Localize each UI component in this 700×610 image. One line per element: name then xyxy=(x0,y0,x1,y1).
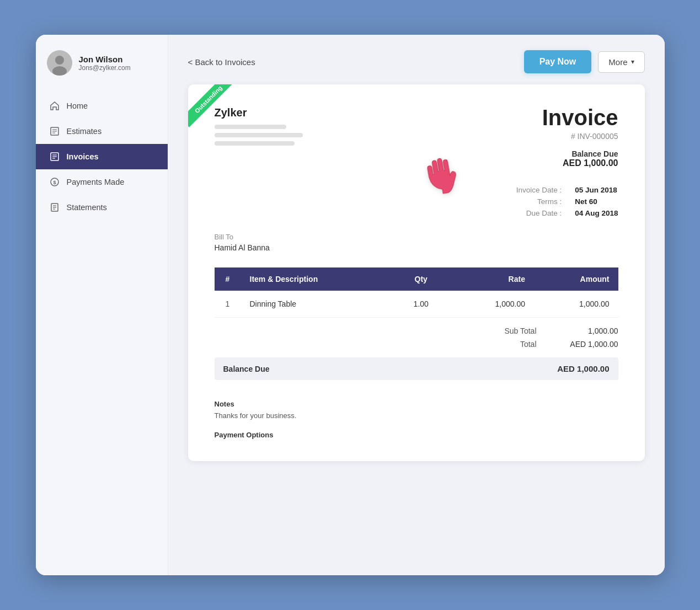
balance-due-footer-label: Balance Due xyxy=(223,365,270,373)
col-header-amount: Amount xyxy=(534,267,618,291)
table-row: 1 Dinning Table 1.00 1,000.00 1,000.00 xyxy=(215,291,618,318)
invoice-card: Outstanding Zylker xyxy=(188,84,645,461)
payments-icon: $ xyxy=(49,176,60,188)
invoice-number: # INV-000005 xyxy=(542,132,618,141)
app-container: Jon Wilson Jons@zylker.com Home xyxy=(36,35,665,575)
notes-section: Notes Thanks for your business. Payment … xyxy=(215,400,618,439)
invoice-header: Zylker Invoice # INV-000005 Balance Due … xyxy=(215,106,618,168)
invoices-icon xyxy=(49,151,60,162)
pay-now-button[interactable]: Pay Now xyxy=(524,50,592,73)
svg-point-1 xyxy=(55,56,64,65)
sidebar-item-home[interactable]: Home xyxy=(36,93,168,119)
top-bar: < Back to Invoices Pay Now More xyxy=(168,35,665,84)
svg-text:$: $ xyxy=(53,180,56,185)
invoice-meta: Invoice Date : 05 Jun 2018 Terms : Net 6… xyxy=(215,186,618,217)
invoice-date-value: 05 Jun 2018 xyxy=(575,186,618,194)
notes-text: Thanks for your business. xyxy=(215,411,618,420)
col-header-num: # xyxy=(215,267,241,291)
terms-label: Terms : xyxy=(516,197,562,206)
invoice-title: Invoice xyxy=(542,106,618,129)
notes-title: Notes xyxy=(215,400,618,408)
balance-due-label-top: Balance Due xyxy=(542,149,618,158)
top-actions: Pay Now More xyxy=(524,50,645,73)
sub-total-label: Sub Total xyxy=(471,327,537,335)
cell-description: Dinning Table xyxy=(241,291,393,318)
sub-total-value: 1,000.00 xyxy=(563,327,618,335)
statements-icon xyxy=(49,202,60,213)
due-date-value: 04 Aug 2018 xyxy=(575,209,618,217)
total-label: Total xyxy=(471,340,537,349)
bill-to-name: Hamid Al Banna xyxy=(215,243,618,252)
main-content: < Back to Invoices Pay Now More Outstand… xyxy=(168,35,665,575)
user-section: Jon Wilson Jons@zylker.com xyxy=(36,35,168,89)
payment-options-title: Payment Options xyxy=(215,431,618,439)
cell-amount: 1,000.00 xyxy=(534,291,618,318)
estimates-icon xyxy=(49,126,60,137)
user-email: Jons@zylker.com xyxy=(79,64,131,72)
bill-to-label: Bill To xyxy=(215,233,618,241)
balance-due-footer-value: AED 1,000.00 xyxy=(557,364,609,373)
cell-num: 1 xyxy=(215,291,241,318)
due-date-label: Due Date : xyxy=(516,209,562,217)
sidebar-item-label-estimates: Estimates xyxy=(67,127,102,136)
sub-total-row: Sub Total 1,000.00 xyxy=(215,327,618,335)
meta-table: Invoice Date : 05 Jun 2018 Terms : Net 6… xyxy=(516,186,618,217)
col-header-rate: Rate xyxy=(450,267,534,291)
back-to-invoices-link[interactable]: < Back to Invoices xyxy=(188,57,255,67)
avatar xyxy=(47,50,72,76)
invoice-date-label: Invoice Date : xyxy=(516,186,562,194)
sidebar-item-invoices[interactable]: Invoices xyxy=(36,144,168,169)
sidebar-item-estimates[interactable]: Estimates xyxy=(36,119,168,144)
total-row: Total AED 1,000.00 xyxy=(215,340,618,349)
invoice-table: # Item & Description Qty Rate Amount 1 D… xyxy=(215,267,618,318)
user-info: Jon Wilson Jons@zylker.com xyxy=(79,55,131,72)
terms-value: Net 60 xyxy=(575,197,618,206)
home-icon xyxy=(49,100,60,111)
cell-qty: 1.00 xyxy=(392,291,450,318)
badge-text: Outstanding xyxy=(188,84,232,127)
nav-menu: Home Estimates xyxy=(36,93,168,220)
sidebar-item-label-home: Home xyxy=(67,101,88,110)
sidebar-item-label-statements: Statements xyxy=(67,203,107,212)
col-header-qty: Qty xyxy=(392,267,450,291)
sidebar-item-statements[interactable]: Statements xyxy=(36,195,168,220)
outstanding-badge: Outstanding xyxy=(188,84,238,134)
sidebar-item-label-payments: Payments Made xyxy=(67,178,125,186)
total-value: AED 1,000.00 xyxy=(563,340,618,349)
bill-to: Bill To Hamid Al Banna xyxy=(215,233,618,252)
sidebar-item-label-invoices: Invoices xyxy=(67,152,99,161)
totals-section: Sub Total 1,000.00 Total AED 1,000.00 Ba… xyxy=(215,327,618,380)
balance-due-row: Balance Due AED 1,000.00 xyxy=(215,357,618,380)
cell-rate: 1,000.00 xyxy=(450,291,534,318)
invoice-title-section: Invoice # INV-000005 Balance Due AED 1,0… xyxy=(542,106,618,168)
col-header-description: Item & Description xyxy=(241,267,393,291)
sidebar-item-payments-made[interactable]: $ Payments Made xyxy=(36,169,168,195)
more-button[interactable]: More xyxy=(598,51,644,73)
user-name: Jon Wilson xyxy=(79,55,131,64)
sidebar: Jon Wilson Jons@zylker.com Home xyxy=(36,35,168,575)
balance-due-amount-top: AED 1,000.00 xyxy=(542,158,618,168)
